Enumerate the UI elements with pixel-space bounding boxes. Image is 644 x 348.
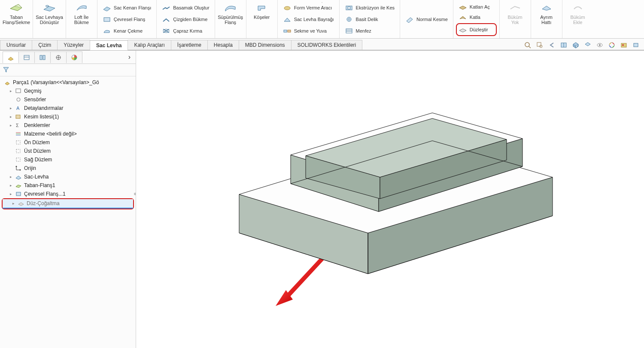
- tree-denklemler-label: Denklemler: [24, 122, 50, 128]
- svg-rect-26: [40, 55, 42, 60]
- expand-icon[interactable]: ▸: [9, 106, 13, 110]
- cross-break-icon: [162, 27, 170, 35]
- render-icon[interactable]: [632, 41, 640, 49]
- svg-rect-42: [16, 158, 20, 161]
- bukum-ekle-label: BükümEkle: [570, 15, 585, 25]
- expand-icon[interactable]: ▸: [9, 89, 13, 93]
- sekme-yuva-button[interactable]: Sekme ve Yuva: [282, 26, 335, 36]
- tree-ust-duzlem[interactable]: Üst Düzlem: [0, 147, 136, 155]
- tab-unsurlar[interactable]: Unsurlar: [0, 40, 32, 50]
- bukum-yok-label: BükümYok: [507, 15, 522, 25]
- expand-icon[interactable]: ▸: [9, 175, 13, 179]
- expand-icon[interactable]: ▸: [9, 115, 13, 119]
- display-style-icon[interactable]: [584, 41, 592, 49]
- section-view-icon[interactable]: [560, 41, 568, 49]
- history-icon: [15, 88, 22, 94]
- tree-detay-label: Detaylandırmalar: [24, 105, 63, 111]
- tree-orijin[interactable]: Orijin: [0, 164, 136, 172]
- tree-gecmis[interactable]: ▸Geçmiş: [0, 87, 136, 95]
- kenar-cekme-button[interactable]: Kenar Çekme: [102, 26, 152, 36]
- tree-sag-duzlem[interactable]: Sağ Düzlem: [0, 155, 136, 164]
- property-manager-tab[interactable]: [18, 51, 35, 63]
- forming-tool-icon: [283, 4, 292, 12]
- sekme-yuva-label: Sekme ve Yuva: [294, 28, 327, 33]
- tree-malzeme[interactable]: Malzeme <belirli değil>: [0, 130, 136, 138]
- tree-root[interactable]: Parça1 (Varsayılan<<Varsayılan>_Gö: [0, 78, 136, 87]
- tree-on-duzlem[interactable]: Ön Düzlem: [0, 138, 136, 147]
- panel-drag-handle[interactable]: ◦: [0, 0, 644, 4]
- expand-icon[interactable]: ▸: [9, 123, 13, 127]
- tree-taban-flans[interactable]: ▸Taban-Flanş1: [0, 181, 136, 190]
- bukum-yok-button[interactable]: BükümYok: [507, 2, 522, 25]
- dimxpert-tab[interactable]: [50, 51, 67, 63]
- expand-icon[interactable]: ▸: [11, 201, 15, 206]
- previous-view-icon[interactable]: [548, 41, 556, 49]
- capraz-kirma-button[interactable]: Çapraz Kırma: [161, 26, 210, 36]
- command-tabs: Unsurlar Çizim Yüzeyler Sac Levha Kalıp …: [0, 39, 644, 51]
- menfez-button[interactable]: Menfez: [344, 26, 395, 36]
- svg-rect-6: [348, 7, 350, 9]
- zoom-area-icon[interactable]: [536, 41, 544, 49]
- scene-icon[interactable]: [620, 41, 628, 49]
- tree-sac-levha-label: Sac-Levha: [24, 174, 49, 180]
- extrude-cut-icon: [345, 4, 353, 12]
- tab-eklentiler[interactable]: SOLIDWORKS Eklentileri: [291, 40, 363, 50]
- view-orientation-icon[interactable]: [572, 41, 580, 49]
- expand-icon[interactable]: ▸: [9, 183, 13, 188]
- tab-cizim[interactable]: Çizim: [32, 40, 58, 50]
- display-manager-tab[interactable]: [66, 51, 82, 63]
- appearance-icon[interactable]: [608, 41, 616, 49]
- filter-icon[interactable]: [3, 66, 10, 74]
- basit-delik-button[interactable]: Basit Delik: [344, 15, 395, 24]
- normal-kesme-label: Normal Kesme: [416, 17, 448, 22]
- kenar-cekme-label: Kenar Çekme: [114, 28, 143, 33]
- tab-isaretleme[interactable]: İşaretleme: [171, 40, 208, 50]
- cizgiden-bukme-button[interactable]: Çizgiden Bükme: [161, 15, 210, 24]
- more-tabs-button[interactable]: ›: [126, 53, 133, 61]
- normal-kesme-button[interactable]: Normal Kesme: [404, 15, 449, 24]
- flat-pattern-icon: [17, 200, 25, 207]
- tab-mbd[interactable]: MBD Dimensions: [239, 40, 292, 50]
- loft-button[interactable]: Loft İleBükme: [74, 2, 89, 25]
- config-manager-tab[interactable]: [34, 51, 51, 63]
- group-flange-rows: Sac Kenarı Flanşı Çevresel Flanş Kenar Ç…: [97, 0, 157, 38]
- tree-kesim[interactable]: ▸Kesim listesi(1): [0, 112, 136, 121]
- svg-line-13: [529, 46, 531, 48]
- tab-hesapla[interactable]: Hesapla: [207, 40, 239, 50]
- hide-show-icon[interactable]: [596, 41, 604, 49]
- tree-duz-cogaltma[interactable]: ▸Düz-Çoğaltma: [3, 199, 133, 209]
- rollback-dot-icon[interactable]: [134, 193, 136, 195]
- katla-button[interactable]: Katla: [458, 12, 495, 22]
- group-cut: Ekstrüzyon ile Kes Basit Delik Menfez: [340, 0, 400, 38]
- supurulmus-button[interactable]: SüpürülmüşFlanş: [218, 2, 243, 25]
- tab-yuzeyler[interactable]: Yüzeyler: [57, 40, 90, 50]
- tree-denklemler[interactable]: ▸ΣDenklemler: [0, 121, 136, 130]
- graphics-viewport[interactable]: [136, 51, 644, 348]
- svg-point-33: [17, 98, 20, 101]
- tree-sac-levha[interactable]: ▸Sac-Levha: [0, 172, 136, 181]
- zoom-fit-icon[interactable]: [524, 41, 532, 49]
- tab-kalip[interactable]: Kalıp Araçları: [128, 40, 171, 50]
- bukum-ekle-button[interactable]: BükümEkle: [570, 2, 585, 25]
- cevresel-flans-button[interactable]: Çevresel Flanş: [102, 15, 152, 24]
- origin-icon: [15, 165, 22, 172]
- tree-cevresel[interactable]: ▸Çevresel Flanş...1: [0, 190, 136, 198]
- taban-flans-button[interactable]: TabanFlanş/Sekme: [3, 2, 30, 25]
- feature-tree-tab[interactable]: [3, 51, 19, 63]
- duzlestir-button[interactable]: Düzleştir: [456, 23, 497, 36]
- tree-detay[interactable]: ▸ADetaylandırmalar: [0, 104, 136, 112]
- tab-sac-levha[interactable]: Sac Levha: [90, 40, 128, 50]
- feature-manager-panel: ◦ › Parça1 (Varsayılan<<Varsayılan>_Gö ▸…: [0, 51, 136, 348]
- sac-levhaya-button[interactable]: Sac LevhayaDönüştür: [36, 2, 63, 25]
- svg-marker-46: [20, 169, 21, 171]
- svg-marker-45: [15, 166, 17, 167]
- tree-sensorler[interactable]: Sensörler: [0, 95, 136, 104]
- vent-icon: [345, 27, 353, 35]
- koseler-button[interactable]: Köşeler: [254, 2, 270, 20]
- expand-icon[interactable]: ▸: [9, 192, 13, 196]
- sac-levha-bayragi-button[interactable]: Sac Levha Bayrağı: [282, 15, 335, 24]
- basit-delik-label: Basit Delik: [356, 17, 378, 22]
- ayrim-hatti-button[interactable]: AyrımHattı: [539, 2, 554, 25]
- svg-text:Σ: Σ: [16, 123, 19, 128]
- svg-rect-27: [43, 55, 45, 60]
